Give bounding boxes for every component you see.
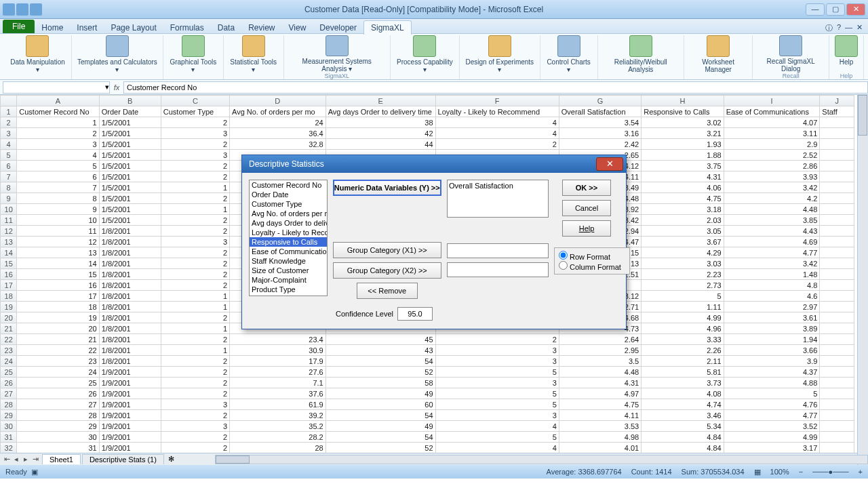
cell[interactable]: 5 xyxy=(435,367,559,378)
cell[interactable]: 2 xyxy=(161,193,229,204)
tab-nav-first-icon[interactable]: ⇤ xyxy=(3,455,11,464)
row-header[interactable]: 27 xyxy=(1,388,17,399)
cell[interactable]: 4 xyxy=(435,421,559,432)
cell[interactable]: 5 xyxy=(642,291,724,302)
header-cell[interactable]: Avg days Order to delivery time xyxy=(326,106,435,117)
cell[interactable]: 4 xyxy=(435,117,559,128)
zoom-out-icon[interactable]: − xyxy=(799,468,803,476)
cell[interactable]: 3.73 xyxy=(642,378,724,388)
ribbon-label[interactable]: Data Manipulation ▾ xyxy=(9,58,66,73)
tab-review[interactable]: Review xyxy=(241,21,281,35)
ribbon-label[interactable]: Reliability/Weibull Analysis xyxy=(604,58,678,73)
cell[interactable]: 4.99 xyxy=(724,432,820,443)
tab-view[interactable]: View xyxy=(282,21,313,35)
list-item[interactable]: Product Type xyxy=(250,285,327,294)
cell[interactable]: 3.9 xyxy=(724,356,820,367)
row-header[interactable]: 1 xyxy=(1,106,17,117)
cell[interactable]: 52 xyxy=(326,443,435,453)
cell[interactable]: 3.52 xyxy=(724,421,820,432)
row-header[interactable]: 12 xyxy=(1,226,17,237)
cell[interactable]: 39.2 xyxy=(230,410,326,421)
ribbon-label[interactable]: Help xyxy=(840,58,854,66)
cell[interactable]: 16 xyxy=(17,280,99,291)
cell[interactable]: 45 xyxy=(326,334,435,345)
cell[interactable]: 3 xyxy=(161,128,229,139)
row-header[interactable]: 28 xyxy=(1,399,17,410)
cell[interactable]: 1 xyxy=(161,302,229,312)
ribbon-icon[interactable] xyxy=(26,35,49,57)
cell[interactable]: 2 xyxy=(161,443,229,453)
cell[interactable]: 3.67 xyxy=(642,237,724,247)
cell[interactable]: 26 xyxy=(17,388,99,399)
row-header[interactable]: 26 xyxy=(1,378,17,388)
cell[interactable] xyxy=(820,443,854,453)
cell[interactable]: 58 xyxy=(326,378,435,388)
cell[interactable]: 28.2 xyxy=(230,432,326,443)
cell[interactable] xyxy=(820,139,854,150)
cell[interactable]: 11 xyxy=(17,226,99,237)
row-header[interactable]: 32 xyxy=(1,443,17,453)
list-item[interactable]: Avg No. of orders per m xyxy=(250,209,327,218)
cell[interactable]: 2.42 xyxy=(559,139,641,150)
cell[interactable]: 1/5/2001 xyxy=(99,150,161,161)
ribbon-icon[interactable] xyxy=(779,35,802,56)
cell[interactable]: 2 xyxy=(161,388,229,399)
ribbon-min-icon[interactable]: — xyxy=(845,23,852,33)
cell[interactable] xyxy=(820,323,854,334)
cell[interactable] xyxy=(820,280,854,291)
cell[interactable]: 1/5/2001 xyxy=(99,117,161,128)
cell[interactable] xyxy=(820,302,854,312)
cell[interactable]: 3.21 xyxy=(642,128,724,139)
cell[interactable]: 2.64 xyxy=(559,334,641,345)
list-item[interactable]: Customer Type xyxy=(250,199,327,209)
cell[interactable] xyxy=(820,345,854,356)
cell[interactable] xyxy=(820,378,854,388)
save-icon[interactable] xyxy=(16,3,28,16)
cell[interactable]: 1.93 xyxy=(642,139,724,150)
cell[interactable]: 42 xyxy=(326,128,435,139)
cell[interactable]: 2 xyxy=(161,334,229,345)
cell[interactable]: 4 xyxy=(17,150,99,161)
ok-button[interactable]: OK >> xyxy=(562,180,611,196)
row-header[interactable]: 15 xyxy=(1,258,17,269)
cell[interactable]: 1/8/2001 xyxy=(99,226,161,237)
cell[interactable]: 2 xyxy=(435,139,559,150)
cell[interactable]: 1/8/2001 xyxy=(99,334,161,345)
tab-data[interactable]: Data xyxy=(211,21,241,35)
cell[interactable]: 1/9/2001 xyxy=(99,410,161,421)
cell[interactable]: 3.53 xyxy=(559,421,641,432)
ribbon-icon[interactable] xyxy=(707,35,730,57)
row-header[interactable]: 23 xyxy=(1,345,17,356)
horizontal-scrollbar[interactable] xyxy=(215,455,868,464)
cell[interactable]: 1/9/2001 xyxy=(99,421,161,432)
ribbon-icon[interactable] xyxy=(326,35,349,56)
cell[interactable]: 1 xyxy=(161,182,229,193)
cell[interactable] xyxy=(820,356,854,367)
cell[interactable] xyxy=(820,193,854,204)
col-header[interactable]: H xyxy=(642,96,724,106)
cell[interactable]: 1.94 xyxy=(724,334,820,345)
cell[interactable] xyxy=(820,334,854,345)
row-header[interactable]: 25 xyxy=(1,367,17,378)
cell[interactable]: 35.2 xyxy=(230,421,326,432)
confidence-input[interactable] xyxy=(397,307,433,321)
cell[interactable]: 5 xyxy=(435,388,559,399)
col-header[interactable]: F xyxy=(435,96,559,106)
cell[interactable]: 60 xyxy=(326,399,435,410)
undo-icon[interactable] xyxy=(30,3,42,16)
cell[interactable] xyxy=(820,367,854,378)
cell[interactable]: 1/8/2001 xyxy=(99,258,161,269)
sheet-tab[interactable]: Descriptive Stats (1) xyxy=(82,454,164,464)
cell[interactable]: 1/9/2001 xyxy=(99,378,161,388)
cell[interactable]: 6 xyxy=(17,171,99,182)
cell[interactable]: 17 xyxy=(17,291,99,302)
file-tab[interactable]: File xyxy=(3,20,35,33)
cell[interactable] xyxy=(820,421,854,432)
list-item[interactable]: Major-Complaint xyxy=(250,275,327,285)
cell[interactable]: 49 xyxy=(326,388,435,399)
col-header[interactable]: G xyxy=(559,96,641,106)
cell[interactable]: 2 xyxy=(161,432,229,443)
row-header[interactable]: 3 xyxy=(1,128,17,139)
view-normal-icon[interactable]: ▦ xyxy=(754,468,761,476)
row-header[interactable]: 9 xyxy=(1,193,17,204)
